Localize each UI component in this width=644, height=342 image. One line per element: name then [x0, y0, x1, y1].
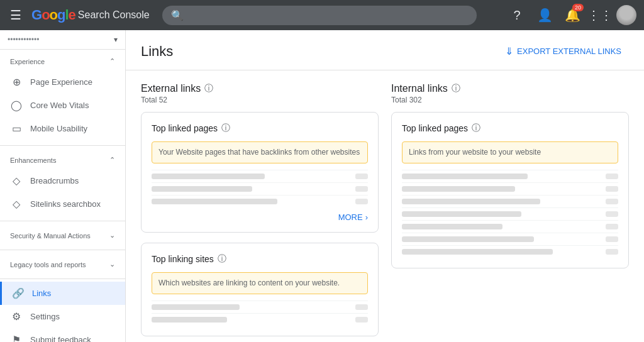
- table-row: [152, 301, 368, 313]
- blurred-url: [152, 174, 265, 179]
- legacy-section: Legacy tools and reports ⌄: [0, 253, 125, 276]
- enhancements-section: Enhancements ⌃ ◇ Breadcrumbs ◇ Sitelinks…: [0, 148, 125, 218]
- download-icon: ⇓: [505, 45, 513, 57]
- sidebar: •••••••••••• ▾ Experience ⌃ ⊕ Page Exper…: [0, 30, 126, 342]
- apps-button[interactable]: ⋮⋮: [589, 4, 611, 26]
- section-label: Experience: [10, 58, 45, 65]
- blurred-count: [355, 304, 368, 310]
- table-row: [152, 313, 368, 326]
- table-row: [152, 170, 368, 182]
- account-icon: 👤: [537, 8, 553, 23]
- card-title: Top linking sites ⓘ: [152, 253, 368, 265]
- internal-highlight-box: Links from your website to your website: [402, 141, 618, 163]
- blurred-url: [152, 199, 277, 204]
- feedback-icon: ⚑: [10, 334, 23, 342]
- top-linking-sites-card: Top linking sites ⓘ Which websites are l…: [141, 243, 379, 336]
- internal-links-total: Total 302: [391, 96, 629, 104]
- internal-links-column: Internal links ⓘ Total 302 Top linked pa…: [391, 83, 629, 342]
- blurred-url: [402, 199, 540, 204]
- card-title: Top linked pages ⓘ: [402, 123, 618, 134]
- search-icon: 🔍: [171, 9, 184, 21]
- blurred-url: [402, 236, 534, 242]
- help-button[interactable]: ?: [506, 4, 528, 26]
- nav-right: ? 👤 🔔 20 ⋮⋮: [506, 4, 636, 26]
- page-experience-icon: ⊕: [10, 76, 23, 88]
- search-input[interactable]: [189, 10, 468, 20]
- legacy-section-header[interactable]: Legacy tools and reports ⌄: [0, 255, 125, 273]
- blurred-count: [355, 317, 368, 323]
- sidebar-item-breadcrumbs[interactable]: ◇ Breadcrumbs: [0, 169, 125, 192]
- sidebar-item-settings[interactable]: ⚙ Settings: [0, 305, 125, 328]
- blurred-url: [152, 317, 227, 323]
- app-logo: Google Search Console: [31, 7, 150, 23]
- card-help-icon[interactable]: ⓘ: [472, 123, 480, 134]
- chevron-up-icon: ⌃: [109, 156, 115, 164]
- chevron-down-icon: ▾: [114, 35, 118, 44]
- linking-sites-highlight-box: Which websites are linking to content on…: [152, 272, 368, 294]
- card-title: Top linked pages ⓘ: [152, 123, 368, 134]
- divider: [0, 145, 125, 146]
- internal-links-help-icon[interactable]: ⓘ: [452, 83, 460, 94]
- search-bar[interactable]: 🔍: [162, 6, 477, 25]
- chevron-down-icon: ⌄: [109, 260, 115, 268]
- sidebar-item-label: Submit feedback: [30, 335, 91, 342]
- content-area: Links ⇓ EXPORT EXTERNAL LINKS External l…: [126, 30, 644, 342]
- sidebar-item-submit-feedback[interactable]: ⚑ Submit feedback: [0, 328, 125, 342]
- external-links-title: External links ⓘ: [141, 83, 379, 94]
- card-help-icon[interactable]: ⓘ: [218, 253, 226, 265]
- table-row: [402, 245, 618, 258]
- more-link[interactable]: MORE ›: [152, 207, 368, 222]
- blurred-url: [402, 249, 553, 255]
- sidebar-item-links[interactable]: 🔗 Links: [0, 282, 125, 305]
- external-links-column: External links ⓘ Total 52 Top linked pag…: [141, 83, 379, 342]
- divider: [0, 221, 125, 221]
- export-external-links-button[interactable]: ⇓ EXPORT EXTERNAL LINKS: [497, 40, 629, 62]
- sidebar-item-page-experience[interactable]: ⊕ Page Experience: [0, 70, 125, 94]
- sidebar-item-label: Sitelinks searchbox: [30, 199, 101, 209]
- blurred-count: [606, 211, 618, 217]
- chevron-up-icon: ⌃: [109, 57, 115, 65]
- external-highlight-box: Your Website pages that have backlinks f…: [152, 141, 368, 163]
- sidebar-item-mobile-usability[interactable]: ▭ Mobile Usability: [0, 117, 125, 140]
- section-label: Enhancements: [10, 157, 56, 164]
- help-icon: ?: [513, 8, 520, 23]
- sidebar-item-sitelinks-searchbox[interactable]: ◇ Sitelinks searchbox: [0, 192, 125, 216]
- blurred-count: [606, 249, 618, 255]
- blurred-url: [402, 224, 502, 229]
- card-help-icon[interactable]: ⓘ: [221, 123, 230, 134]
- top-linked-pages-external-card: Top linked pages ⓘ Your Website pages th…: [141, 112, 379, 233]
- google-logo: Google: [31, 7, 75, 23]
- notifications-button[interactable]: 🔔 20: [561, 4, 584, 26]
- main-layout: •••••••••••• ▾ Experience ⌃ ⊕ Page Exper…: [0, 30, 644, 342]
- top-linked-pages-internal-card: Top linked pages ⓘ Links from your websi…: [391, 112, 629, 268]
- enhancements-section-header[interactable]: Enhancements ⌃: [0, 151, 125, 169]
- divider: [0, 250, 125, 250]
- sidebar-item-core-web-vitals[interactable]: ◯ Core Web Vitals: [0, 94, 125, 117]
- blurred-count: [355, 174, 368, 179]
- table-row: [402, 207, 618, 220]
- blurred-count: [355, 199, 368, 204]
- external-links-help-icon[interactable]: ⓘ: [204, 83, 213, 94]
- table-row: [402, 170, 618, 182]
- experience-section-header[interactable]: Experience ⌃: [0, 52, 125, 70]
- avatar-image: [616, 5, 636, 25]
- security-section: Security & Manual Actions ⌄: [0, 224, 125, 247]
- blurred-url: [152, 186, 252, 192]
- blurred-count: [355, 186, 368, 192]
- avatar[interactable]: [616, 5, 636, 25]
- domain-selector[interactable]: •••••••••••• ▾: [0, 30, 125, 50]
- domain-text: ••••••••••••: [8, 35, 110, 44]
- external-links-total: Total 52: [141, 96, 379, 104]
- sitelinks-icon: ◇: [10, 198, 23, 210]
- blurred-url: [152, 304, 240, 310]
- sidebar-item-label: Breadcrumbs: [30, 176, 79, 185]
- table-row: [152, 182, 368, 195]
- core-web-vitals-icon: ◯: [10, 99, 23, 111]
- table-row: [402, 233, 618, 245]
- account-circle-button[interactable]: 👤: [533, 4, 556, 26]
- apps-grid-icon: ⋮⋮: [587, 8, 613, 23]
- security-section-header[interactable]: Security & Manual Actions ⌄: [0, 226, 125, 245]
- blurred-url: [402, 211, 521, 217]
- menu-icon[interactable]: ☰: [8, 5, 24, 25]
- blurred-url: [402, 186, 515, 192]
